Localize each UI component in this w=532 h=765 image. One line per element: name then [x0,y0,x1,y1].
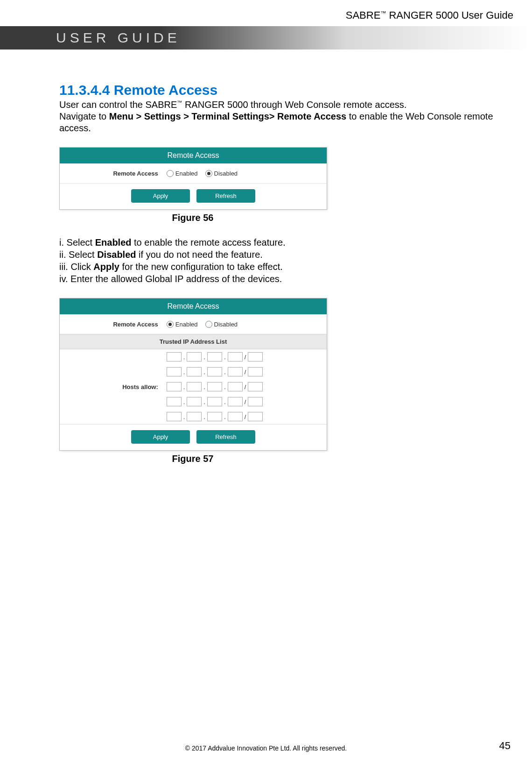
ip-octet-input[interactable] [167,382,182,391]
ip-octet-input[interactable] [228,382,243,391]
ip-octet-input[interactable] [228,367,243,376]
ip-octet-input[interactable] [187,352,202,361]
ip-octet-input[interactable] [167,397,182,406]
apply-button[interactable]: Apply [131,189,190,203]
product-name-prefix: SABRE [346,9,381,21]
trusted-ip-header: Trusted IP Address List [60,334,327,349]
ip-octet-input[interactable] [228,397,243,406]
ip-row-5: . . . / [167,409,327,424]
user-guide-banner: USER GUIDE [0,26,532,50]
ip-octet-input[interactable] [228,412,243,421]
page-number: 45 [499,740,511,752]
step-2: ii. Select Disabled if you do not need t… [59,248,523,261]
ip-octet-input[interactable] [207,412,222,421]
ip-row-3: . . . / [167,379,327,394]
ip-octet-input[interactable] [207,352,222,361]
radio-icon [205,170,212,177]
ip-octet-input[interactable] [207,397,222,406]
disabled-radio[interactable]: Disabled [205,170,238,177]
remote-access-label: Remote Access [60,170,167,177]
figure-56: Remote Access Remote Access Enabled Disa… [59,147,523,223]
ip-octet-input[interactable] [228,352,243,361]
ip-row-1: . . . / [167,349,327,364]
ip-mask-input[interactable] [248,352,263,361]
remote-access-label: Remote Access [60,321,167,328]
tm-symbol: ™ [380,10,386,16]
enabled-label: Enabled [175,170,198,177]
step-3: iii. Click Apply for the new configurati… [59,261,523,273]
ip-octet-input[interactable] [207,382,222,391]
panel-header: Remote Access [60,298,327,314]
banner-text: USER GUIDE [56,30,181,46]
disabled-radio[interactable]: Disabled [205,321,238,328]
ip-mask-input[interactable] [248,382,263,391]
figure-caption: Figure 56 [59,212,326,223]
ip-mask-input[interactable] [248,397,263,406]
enabled-radio[interactable]: Enabled [167,321,198,328]
hosts-allow-label: Hosts allow: [60,383,167,390]
ip-row-2: . . . / [167,364,327,379]
ip-octet-input[interactable] [187,412,202,421]
step-1: i. Select Enabled to enable the remote a… [59,236,523,248]
disabled-label: Disabled [214,170,238,177]
ip-octet-input[interactable] [167,412,182,421]
section-heading: 11.3.4.4 Remote Access [59,82,523,98]
ip-octet-input[interactable] [187,397,202,406]
figure-caption: Figure 57 [59,453,326,464]
enabled-label: Enabled [175,321,198,328]
ip-mask-input[interactable] [248,367,263,376]
document-header: SABRE™ RANGER 5000 User Guide [0,0,532,26]
radio-icon [205,321,212,328]
radio-icon [167,321,174,328]
panel-header: Remote Access [60,148,327,163]
disabled-label: Disabled [214,321,238,328]
step-4: iv. Enter the allowed Global IP address … [59,273,523,285]
figure-57: Remote Access Remote Access Enabled Disa… [59,298,523,464]
radio-icon [167,170,174,177]
product-name-suffix: RANGER 5000 User Guide [386,9,513,21]
ip-octet-input[interactable] [207,367,222,376]
ip-mask-input[interactable] [248,412,263,421]
ip-octet-input[interactable] [167,352,182,361]
refresh-button[interactable]: Refresh [196,189,255,203]
instruction-steps: i. Select Enabled to enable the remote a… [59,236,523,285]
apply-button[interactable]: Apply [131,430,190,444]
refresh-button[interactable]: Refresh [196,430,255,444]
ip-octet-input[interactable] [187,367,202,376]
ip-octet-input[interactable] [187,382,202,391]
enabled-radio[interactable]: Enabled [167,170,198,177]
ip-row-4: . . . / [167,394,327,409]
copyright-footer: © 2017 Addvalue Innovation Pte Ltd. All … [0,744,532,752]
ip-octet-input[interactable] [167,367,182,376]
intro-paragraph: User can control the SABRE™ RANGER 5000 … [59,99,523,134]
